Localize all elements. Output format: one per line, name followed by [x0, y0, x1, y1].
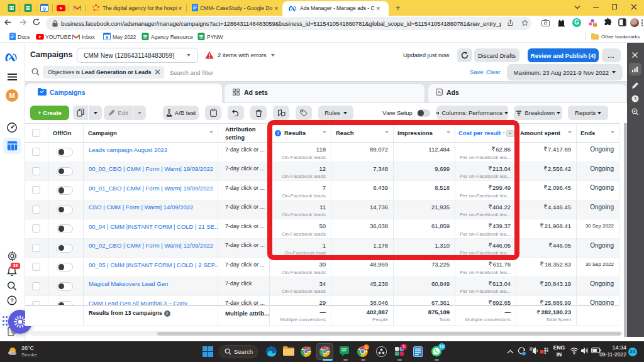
svg-text:?: ? [10, 297, 13, 304]
svg-text:9: 9 [43, 6, 46, 12]
svg-text:7: 7 [594, 23, 596, 26]
svg-text:9: 9 [106, 35, 108, 40]
